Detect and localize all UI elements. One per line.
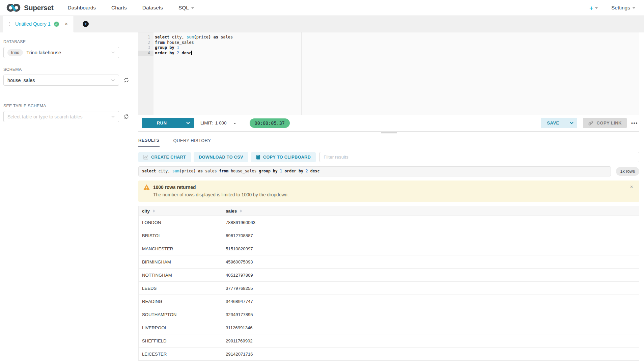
refresh-schemas-button[interactable] [123,77,129,83]
rows-limit-alert: 1000 rows returned The number of rows di… [138,180,639,202]
limit-dropdown[interactable]: LIMIT: 1 000 [200,120,236,126]
resize-handle[interactable] [138,132,639,135]
close-tab-icon[interactable]: ✕ [65,22,68,26]
download-csv-button[interactable]: DOWNLOAD TO CSV [194,152,248,162]
create-chart-button[interactable]: CREATE CHART [138,152,191,162]
sql-workspace: 1234 select city, sum(price) as salesfro… [138,32,644,361]
chevron-down-icon [633,7,635,9]
table-cell: 29142071716 [222,352,639,357]
chart-icon [143,155,148,160]
tab-untitled-query[interactable]: ⋮ Untitled Query 1 ✓ ✕ [3,16,74,32]
table-cell: 45960075093 [222,259,639,265]
table-cell: LEICESTER [139,352,222,357]
line-number: 1 [138,35,153,40]
results-section: RESULTS QUERY HISTORY CREATE CHART DOWNL… [138,135,639,361]
database-value: Trino lakehouse [26,50,61,55]
refresh-icon [123,114,129,119]
tab-title: Untitled Query 1 [15,21,51,27]
save-button[interactable]: SAVE [541,118,577,128]
table-row: LEICESTER29142071716 [139,348,639,361]
chevron-down-icon [595,7,598,9]
table-row: SHEFFIELD29911769902 [139,334,639,348]
table-row: BIRMINGHAM45960075093 [139,255,639,269]
table-select[interactable]: Select table or type to search tables [3,111,119,122]
table-row: SOUTHAMPTON32349177895 [139,308,639,321]
table-row: LONDON788861960063 [139,216,639,229]
run-button[interactable]: RUN [142,118,194,128]
column-header-sales[interactable]: sales [222,206,639,216]
line-number: 3 [138,45,153,51]
table-cell: 40512797869 [222,273,639,278]
copy-clipboard-button[interactable]: COPY TO CLIPBOARD [251,152,316,162]
sql-editor[interactable]: 1234 select city, sum(price) as salesfro… [138,32,639,115]
table-cell: BIRMINGHAM [139,259,222,265]
database-select[interactable]: trino Trino lakehouse [3,47,119,58]
chevron-down-icon [569,121,574,124]
settings-menu[interactable]: Settings [611,5,635,11]
tab-results[interactable]: RESULTS [138,138,160,147]
table-cell: 788861960063 [222,220,639,225]
schema-label: SCHEMA [3,67,138,72]
create-chart-label: CREATE CHART [151,155,186,160]
table-cell: 34468947747 [222,299,639,304]
query-preview-row: select city, sum(price) as sales from ho… [138,166,639,176]
nav-charts[interactable]: Charts [111,5,127,11]
run-options-button[interactable] [182,118,194,128]
query-timer: 00:00:05.37 [250,118,290,128]
save-options-button[interactable] [566,118,577,128]
copy-link-button[interactable]: COPY LINK [583,118,627,128]
brand-name: Superset [24,4,53,12]
refresh-tables-button[interactable] [123,114,129,119]
table-row: LIVERPOOL31126991346 [139,321,639,334]
table-row: READING34468947747 [139,295,639,308]
query-preview-text: select city, sum(price) as sales from ho… [142,169,319,174]
alert-body: The number of rows displayed is limited … [153,192,634,197]
new-item-button[interactable]: + [589,5,598,11]
chevron-down-icon [191,7,194,9]
table-cell: LONDON [139,220,222,225]
table-cell: 31126991346 [222,325,639,330]
chevron-down-icon [111,115,115,118]
query-success-icon: ✓ [54,22,59,27]
copy-clipboard-label: COPY TO CLIPBOARD [263,155,311,160]
nav-dashboards[interactable]: Dashboards [67,5,96,11]
table-cell: MANCHESTER [139,246,222,251]
sort-icon [240,210,242,213]
tab-query-history[interactable]: QUERY HISTORY [173,138,211,147]
schema-select[interactable]: house_sales [3,75,119,86]
filter-results-input[interactable] [319,152,639,162]
close-alert-icon[interactable]: ✕ [630,185,633,189]
editor-gutter: 1234 [138,32,153,115]
table-cell: SOUTHAMPTON [139,312,222,317]
nav-datasets[interactable]: Datasets [142,5,163,11]
navbar-right: + Settings [589,5,635,11]
nav-sql[interactable]: SQL [178,5,194,11]
database-engine-badge: trino [7,49,23,56]
code-line: order by 2 desc [155,51,639,56]
chevron-down-icon [233,123,236,124]
chevron-down-icon [111,51,115,54]
save-button-label[interactable]: SAVE [541,118,566,128]
more-actions-button[interactable]: ••• [631,120,638,126]
superset-logo[interactable]: Superset [6,3,53,13]
code-line: group by 1 [155,45,639,51]
table-cell: 51510820997 [222,246,639,251]
text-cursor [191,51,192,55]
results-tab-bar: RESULTS QUERY HISTORY [138,135,639,147]
column-label: sales [226,209,237,214]
run-button-label[interactable]: RUN [142,118,182,128]
link-icon [588,120,594,126]
table-cell: LEEDS [139,286,222,291]
column-header-city[interactable]: city [139,206,222,216]
results-table: city sales LONDON788861960063BRISTOL6961… [138,206,639,361]
editor-code[interactable]: select city, sum(price) as salesfrom hou… [153,32,639,115]
chevron-down-icon [111,79,115,82]
plus-icon: + [589,5,593,11]
editor-toolbar: RUN LIMIT: 1 000 00:00:05.37 SAVE [138,115,639,132]
table-cell: 32349177895 [222,312,639,317]
table-row: NOTTINGHAM40512797869 [139,269,639,282]
superset-infinity-icon [6,3,22,13]
line-number: 2 [138,40,153,46]
query-tab-bar: ⋮ Untitled Query 1 ✓ ✕ + [0,16,644,32]
add-tab-button[interactable]: + [83,21,89,27]
